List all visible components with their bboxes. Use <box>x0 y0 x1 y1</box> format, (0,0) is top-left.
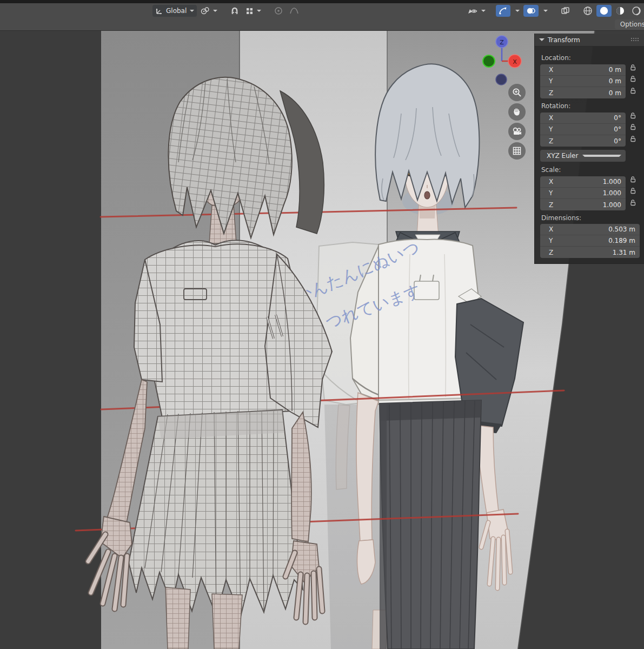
unlock-icon <box>629 123 636 130</box>
panel-title: Transform <box>548 36 628 44</box>
dimensions-z-field[interactable]: Z1.31 m <box>540 247 640 258</box>
dimensions-label: Dimensions: <box>541 214 640 222</box>
rotation-z-lock[interactable] <box>626 135 640 147</box>
unlock-icon <box>629 135 636 142</box>
object-type-visibility-dropdown[interactable] <box>464 5 488 17</box>
unlock-icon <box>629 87 636 94</box>
transform-orientation-dropdown[interactable]: Global <box>152 5 197 17</box>
svg-text:X: X <box>513 58 517 65</box>
rotation-z-field[interactable]: Z0° <box>540 135 626 147</box>
unlock-icon <box>629 176 636 183</box>
svg-text:Z: Z <box>500 39 504 46</box>
location-label: Location: <box>541 54 640 62</box>
shading-wireframe-button[interactable] <box>580 5 595 17</box>
gizmo-arc-icon <box>499 6 508 15</box>
chevron-down-icon <box>582 155 621 157</box>
rotation-x-lock[interactable] <box>626 112 640 123</box>
grid-ortho-button[interactable] <box>508 142 526 160</box>
location-z-field[interactable]: Z0 m <box>540 87 626 98</box>
pan-hand-button[interactable] <box>508 103 526 121</box>
proportional-editing-toggle[interactable] <box>271 5 286 17</box>
skirt <box>380 400 481 649</box>
location-x-field[interactable]: X0 m <box>540 64 626 76</box>
orientation-gizmo[interactable]: Z X <box>476 32 535 92</box>
solid-sphere-icon <box>599 6 609 16</box>
show-overlays-dropdown[interactable] <box>540 5 550 17</box>
shading-rendered-button[interactable] <box>629 5 644 17</box>
toggle-xray[interactable] <box>558 5 573 17</box>
chevron-down-icon <box>213 10 217 12</box>
unlock-icon <box>629 64 636 71</box>
viewport-nav-buttons <box>508 84 526 160</box>
transform-pivot-dropdown[interactable] <box>198 5 220 17</box>
location-y-lock[interactable] <box>626 75 640 87</box>
unlock-icon <box>629 187 636 194</box>
location-y-field[interactable]: Y0 m <box>540 76 626 87</box>
orientation-label: Global <box>166 7 187 15</box>
falloff-curve-icon <box>289 7 299 15</box>
camera-icon <box>512 127 522 136</box>
dimensions-y-field[interactable]: Y0.189 m <box>540 235 640 247</box>
scale-z-field[interactable]: Z1.000 <box>540 199 626 210</box>
pivot-point-icon <box>201 6 210 15</box>
hand-icon <box>512 107 522 117</box>
overlays-icon <box>526 6 536 15</box>
proportional-circle-icon <box>274 6 283 15</box>
orientation-axes-icon <box>155 7 164 15</box>
unlock-icon <box>629 75 636 82</box>
dimensions-x-field[interactable]: X0.503 m <box>540 224 640 235</box>
magnet-icon <box>230 6 239 15</box>
transform-panel-header[interactable]: Transform <box>535 34 644 47</box>
chevron-down-icon <box>481 10 486 12</box>
rotation-y-field[interactable]: Y0° <box>540 124 626 135</box>
blender-window: かんたんにぬいつ まつれています <box>0 0 644 649</box>
panel-collapse-icon[interactable] <box>539 38 545 41</box>
rotation-label: Rotation: <box>541 102 640 110</box>
wireframe-sphere-icon <box>583 6 593 16</box>
shading-solid-button[interactable] <box>596 5 612 17</box>
magnifier-icon <box>512 88 522 97</box>
snapping-toggle[interactable] <box>228 5 242 17</box>
grid-icon <box>512 146 522 156</box>
panel-grip-icon[interactable] <box>631 38 640 42</box>
scale-x-lock[interactable] <box>626 176 640 187</box>
snapping-dropdown[interactable] <box>243 5 264 17</box>
material-sphere-icon <box>615 6 625 16</box>
unlock-icon <box>629 199 636 206</box>
scale-z-lock[interactable] <box>626 199 640 211</box>
viewport-header: Global <box>0 3 644 18</box>
options-dropdown[interactable]: Options <box>615 19 644 29</box>
rendered-sphere-icon <box>632 6 641 16</box>
transform-panel: Transform Location: X0 m Y0 m Z0 m <box>534 34 644 264</box>
xray-icon <box>561 6 570 15</box>
zoom-button[interactable] <box>508 84 526 101</box>
rotation-x-field[interactable]: X0° <box>540 112 626 124</box>
location-x-lock[interactable] <box>626 64 640 75</box>
shading-material-button[interactable] <box>613 5 628 17</box>
snap-with-icon <box>245 7 254 15</box>
rotation-y-lock[interactable] <box>626 123 640 135</box>
scale-y-field[interactable]: Y1.000 <box>540 188 626 199</box>
gizmo-neg-z-axis[interactable] <box>496 74 507 85</box>
chevron-down-icon <box>190 10 194 12</box>
gizmo-y-axis[interactable] <box>483 55 495 67</box>
camera-view-button[interactable] <box>508 123 526 140</box>
visibility-eye-icon <box>467 7 478 15</box>
show-gizmo-toggle[interactable] <box>496 5 510 17</box>
rotation-mode-dropdown[interactable]: XYZ Euler <box>540 150 626 162</box>
scale-y-lock[interactable] <box>626 187 640 199</box>
show-gizmo-dropdown[interactable] <box>512 5 522 17</box>
unlock-icon <box>629 112 636 119</box>
scale-label: Scale: <box>541 166 640 174</box>
show-overlays-toggle[interactable] <box>523 5 539 17</box>
proportional-falloff-dropdown[interactable] <box>287 5 302 17</box>
chevron-down-icon <box>543 10 548 12</box>
chevron-down-icon <box>515 10 520 12</box>
location-z-lock[interactable] <box>626 87 640 99</box>
mouth <box>424 191 430 199</box>
viewport-header-row2: Options <box>0 18 644 31</box>
scale-x-field[interactable]: X1.000 <box>540 176 626 188</box>
chevron-down-icon <box>257 10 261 12</box>
